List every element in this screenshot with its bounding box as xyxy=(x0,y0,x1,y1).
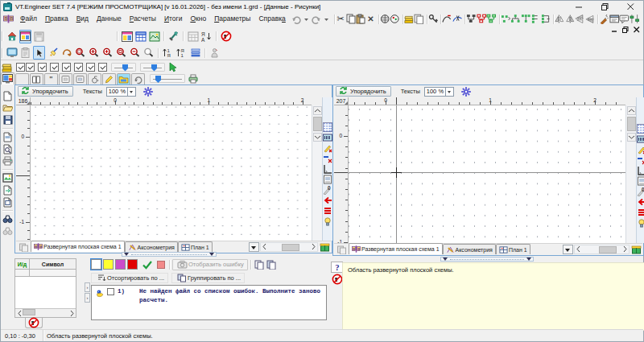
flip-a-icon[interactable] xyxy=(555,13,565,25)
sort-up2-icon[interactable]: Я1 xyxy=(175,47,188,59)
redo-icon[interactable] xyxy=(312,13,322,25)
view-tab-btn-sq[interactable] xyxy=(59,73,72,84)
angle-icon[interactable] xyxy=(637,165,644,175)
menu-параметры[interactable]: Параметры xyxy=(210,13,254,25)
sheet-tab[interactable]: Аксонометрия xyxy=(125,241,178,252)
flip-d-icon[interactable] xyxy=(585,13,596,25)
sheet-tab[interactable]: План 1 xyxy=(178,241,213,252)
color-swatch[interactable] xyxy=(127,259,138,270)
view-tab-book[interactable] xyxy=(30,73,43,84)
lcd-icon[interactable] xyxy=(323,132,332,142)
org-e-icon[interactable] xyxy=(541,13,551,25)
zoom-minus-icon[interactable] xyxy=(129,47,141,59)
color-swatch[interactable] xyxy=(115,259,126,270)
toolbar-grip[interactable] xyxy=(1,47,5,59)
layer-checkbox[interactable] xyxy=(98,63,107,72)
sort-up1-icon[interactable]: 1Я xyxy=(162,47,174,59)
scrollbar-thumb[interactable] xyxy=(282,244,299,251)
page-frame-icon[interactable] xyxy=(2,196,14,208)
sheet-dropdown-button[interactable] xyxy=(249,242,259,252)
toolbar-grip[interactable] xyxy=(1,31,5,42)
folder-open-icon[interactable] xyxy=(2,102,14,113)
printer-icon[interactable] xyxy=(2,155,14,167)
curve-red-icon[interactable] xyxy=(442,13,452,25)
bulb-icon[interactable] xyxy=(323,216,332,226)
copy-blue2-icon[interactable] xyxy=(266,258,278,270)
undo-caret-icon[interactable] xyxy=(301,13,312,25)
scroll-right-icon[interactable] xyxy=(68,309,76,317)
org-d-icon[interactable] xyxy=(530,13,541,25)
column-header-symbol[interactable]: Символ xyxy=(30,259,76,269)
menu-вид[interactable]: Вид xyxy=(72,13,93,25)
lcd-icon[interactable] xyxy=(637,134,644,144)
copy-pages-icon[interactable] xyxy=(414,13,424,25)
mdi-minimize-button[interactable] xyxy=(612,27,617,35)
scroll-left-icon[interactable] xyxy=(261,243,269,251)
page-img-icon[interactable] xyxy=(637,175,644,186)
layer-checkbox[interactable] xyxy=(62,63,71,72)
sort-az-icon[interactable]: ЯА xyxy=(200,31,213,43)
collapse-arrow-icon[interactable]: › xyxy=(85,293,90,303)
layer-checkbox[interactable] xyxy=(26,63,35,72)
cursor-icon[interactable] xyxy=(33,47,45,59)
menu-файл[interactable]: Файл xyxy=(16,13,41,25)
sort-by-button[interactable]: Отсортировать по ... xyxy=(91,273,168,283)
grid-dots-icon[interactable] xyxy=(637,123,644,134)
page-img-icon[interactable] xyxy=(323,174,332,184)
error-list[interactable]: 1) Не найден файл со списком ошибок. Вып… xyxy=(91,285,327,320)
close-button[interactable] xyxy=(617,1,643,12)
arrow-red-icon[interactable] xyxy=(323,195,332,205)
pen-zero-icon[interactable]: 0 xyxy=(637,186,644,196)
show-error-button[interactable]: Отобразить ошибку xyxy=(172,259,248,270)
document-icon[interactable]: BB xyxy=(3,13,14,25)
color-swatch[interactable] xyxy=(91,259,101,270)
scroll-up-icon[interactable] xyxy=(627,106,636,115)
check-green-icon[interactable] xyxy=(141,258,153,270)
minus-x-icon[interactable] xyxy=(637,155,644,165)
page-new-icon[interactable] xyxy=(2,90,14,101)
zoom-slider[interactable] xyxy=(150,74,185,83)
org-c-icon[interactable] xyxy=(521,13,531,25)
bulb-icon[interactable] xyxy=(637,217,644,228)
house-icon[interactable] xyxy=(6,31,18,43)
image-icon[interactable] xyxy=(2,172,14,183)
binoculars-icon[interactable] xyxy=(2,213,14,225)
brush-icon[interactable] xyxy=(47,47,59,59)
error-list-item[interactable]: 1) Не найден файл со списком ошибок. Вып… xyxy=(93,287,325,305)
gear-icon[interactable] xyxy=(142,85,155,97)
view-tab-rotate-a[interactable] xyxy=(131,73,145,84)
table-blue-icon[interactable] xyxy=(134,31,147,43)
mdi-close-button[interactable] xyxy=(634,27,640,35)
key-icon[interactable] xyxy=(428,13,439,25)
layer-checkbox[interactable] xyxy=(50,63,59,72)
paste-icon[interactable] xyxy=(356,13,366,25)
books-icon[interactable] xyxy=(404,13,415,25)
scroll-right-icon[interactable] xyxy=(309,243,317,251)
restore-button[interactable] xyxy=(592,1,617,12)
scroll-down-icon[interactable] xyxy=(313,133,322,142)
zoom-combobox[interactable]: 100 % xyxy=(106,87,136,97)
zoom-page-icon[interactable] xyxy=(74,47,86,59)
floppy-icon[interactable] xyxy=(2,114,14,126)
collapse-arrow-icon[interactable]: › xyxy=(85,282,90,292)
zoom-in-icon[interactable] xyxy=(101,47,114,59)
menu-правка[interactable]: Правка xyxy=(41,13,72,25)
error-item-checkbox[interactable] xyxy=(107,288,114,295)
help-blocked-tab[interactable] xyxy=(331,274,343,285)
symbols-tab[interactable] xyxy=(25,318,43,328)
levels-icon[interactable] xyxy=(630,13,640,25)
zoom-combobox[interactable]: 100 % xyxy=(424,87,454,97)
arrange-button[interactable]: Упорядочить xyxy=(336,86,391,97)
minus-x-icon[interactable] xyxy=(323,153,332,163)
panel-icon[interactable] xyxy=(609,13,620,25)
vertical-scrollbar[interactable] xyxy=(312,105,322,241)
menu-данные[interactable]: Данные xyxy=(93,13,126,25)
window-icon[interactable] xyxy=(121,31,133,43)
arrange-button[interactable]: Упорядочить xyxy=(18,86,73,97)
cursor-green-icon[interactable] xyxy=(167,61,180,73)
view-tab-quote[interactable]: " xyxy=(44,73,58,84)
scroll-right-icon[interactable] xyxy=(621,245,629,253)
clipboard-icon[interactable] xyxy=(19,47,31,59)
pen-x-icon[interactable] xyxy=(323,142,332,153)
copy-icon[interactable] xyxy=(345,13,356,25)
